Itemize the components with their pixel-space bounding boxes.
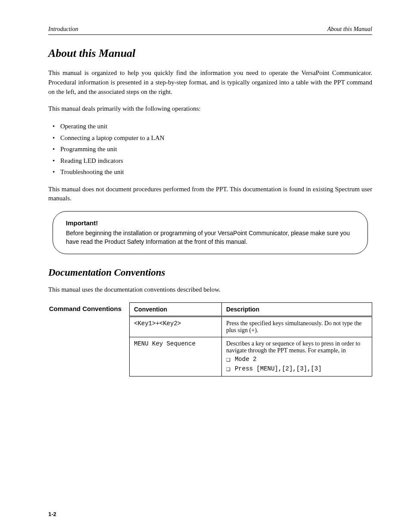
description-cell: Describes a key or sequence of keys to p…: [221, 337, 372, 376]
paragraph-operations-intro: This manual deals primarily with the fol…: [48, 104, 372, 114]
description-cell: Press the specified keys simultaneously.…: [221, 316, 372, 337]
note-text: Mode 2: [235, 356, 256, 363]
table-header-convention: Convention: [130, 302, 222, 316]
paragraph-scope-note: This manual does not document procedures…: [48, 185, 372, 204]
list-item: Troubleshooting the unit: [60, 167, 372, 177]
table-header-description: Description: [221, 302, 372, 316]
paragraph-overview: This manual is organized to help you qui…: [48, 68, 372, 96]
list-item: Programming the unit: [60, 144, 372, 154]
conventions-table: Convention Description <Key1>+<Key2> Pre…: [129, 302, 372, 376]
section-heading-conventions: Documentation Conventions: [48, 267, 372, 278]
running-head-right: About this Manual: [327, 26, 372, 33]
conventions-block-label: Command Conventions: [48, 302, 121, 312]
paragraph-conventions-intro: This manual uses the documentation conve…: [48, 285, 372, 295]
list-item: Operating the unit: [60, 121, 372, 131]
running-head-left: Introduction: [48, 26, 78, 33]
description-text: Describes a key or sequence of keys to p…: [226, 340, 360, 354]
bullet-square-icon: ❏: [226, 365, 230, 373]
list-item: Reading LED indicators: [60, 156, 372, 166]
callout-text: Before beginning the installation or pro…: [66, 229, 355, 246]
list-item: Connecting a laptop computer to a LAN: [60, 133, 372, 143]
table-row: <Key1>+<Key2> Press the specified keys s…: [130, 316, 372, 337]
callout-title: Important!: [66, 219, 355, 227]
note-text: Press [MENU],[2],[3],[3]: [235, 365, 322, 372]
convention-cell: MENU Key Sequence: [130, 337, 222, 376]
operations-list: Operating the unit Connecting a laptop c…: [48, 121, 372, 177]
page-number: 1-2: [48, 511, 56, 517]
header-rule: [48, 34, 372, 35]
section-heading-about: About this Manual: [48, 47, 372, 60]
table-row: MENU Key Sequence Describes a key or seq…: [130, 337, 372, 376]
important-callout: Important! Before beginning the installa…: [53, 211, 368, 254]
convention-cell: <Key1>+<Key2>: [130, 316, 222, 337]
bullet-square-icon: ❏: [226, 356, 230, 364]
